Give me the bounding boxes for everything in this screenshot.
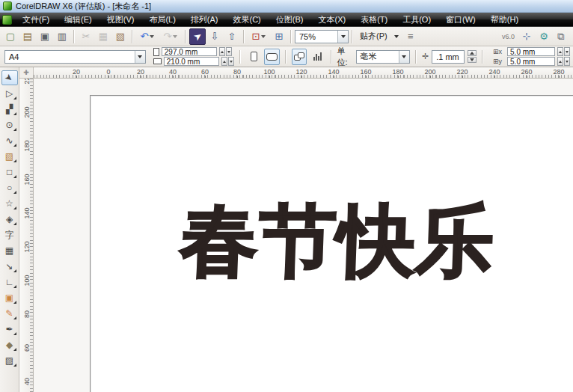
propbar-separator [285,50,286,64]
document-page[interactable]: 春节快乐 [90,95,573,392]
workspace: ➤ ▷ ▞ ⊙ ∿ ▧ □ ○ ☆ ◈ 字 ▦ [0,67,573,392]
export-icon[interactable]: ⇧ [224,28,240,45]
vertical-ruler[interactable]: 220200180160140120100806040 [19,79,34,392]
import-icon[interactable]: ⇩ [206,28,223,45]
rectangle-tool[interactable]: □ [1,165,18,180]
basic-shapes-tool[interactable]: ◈ [1,212,18,227]
nudge-offset-icon: ✛ [422,52,429,61]
portrait-orientation-button[interactable] [246,49,261,65]
ruler-label: 200 [20,105,34,119]
zoom-tool[interactable]: ⊙ [1,117,18,132]
chevron-down-icon[interactable] [135,51,145,63]
toolbar-icon-glyph: ⊹ [523,31,531,41]
paste-icon[interactable]: ▧ [112,28,129,45]
print-icon[interactable]: ▥ [54,28,70,45]
page-height-icon [153,58,162,64]
page-height-stepper[interactable] [221,57,234,66]
menu-item[interactable]: 帮助(H) [483,13,526,26]
units-select[interactable]: 毫米 [356,50,410,64]
duplicate-y-input[interactable]: 5.0 mm [507,57,555,66]
undo-icon[interactable]: ↶ [136,28,159,45]
eyedropper-tool[interactable]: ✎ [1,306,18,321]
shape-tool[interactable]: ▷ [1,86,18,101]
menu-item[interactable]: 文本(X) [310,13,353,26]
blend-tool[interactable]: ▣ [1,290,18,305]
ruler-label: 120 [20,240,34,254]
redo-icon[interactable]: ↷ [159,28,182,45]
freehand-tool[interactable]: ∿ [1,133,18,148]
all-pages-button[interactable] [292,49,307,65]
align-distribute-icon[interactable]: ⊹ [518,28,535,45]
menu-item[interactable]: 排列(A) [183,13,226,26]
menu-item[interactable]: 位图(B) [269,13,311,26]
cut-icon[interactable]: ✂ [78,28,94,45]
table-tool[interactable]: ▦ [1,243,18,258]
menu-item[interactable]: 布局(L) [141,13,183,26]
menu-item[interactable]: 工具(O) [395,13,438,26]
search-content-icon[interactable]: ➤ [189,28,206,45]
pick-tool[interactable]: ➤ [1,70,18,85]
drawing-canvas[interactable]: 春节快乐 [34,79,573,392]
chevron-down-icon[interactable] [399,51,409,63]
duplicate-y-stepper[interactable] [557,57,570,66]
connector-tool[interactable]: ∟ [1,275,18,290]
duplicate-page-icon[interactable]: ⧉ [553,28,569,45]
copy-icon[interactable]: ▦ [95,28,111,45]
snap-to-select[interactable]: 贴齐(P) [356,30,402,43]
toolbar-icon-glyph: ▤ [23,31,32,41]
save-icon[interactable]: ▣ [37,28,53,45]
nudge-offset-stepper[interactable] [468,50,477,63]
crop-tool[interactable]: ▞ [1,102,18,117]
menu-item[interactable]: 文件(F) [15,13,57,26]
chevron-down-icon[interactable] [391,30,402,43]
toolbar-separator [132,30,133,43]
tool-icon-glyph: ✎ [5,309,13,318]
polygon-tool[interactable]: ☆ [1,196,18,211]
outline-pen-tool[interactable]: ✒ [1,322,18,337]
open-icon[interactable]: ▤ [19,28,36,45]
toolbar-icon-glyph: ▣ [40,31,49,41]
menu-item[interactable]: 窗口(W) [438,13,483,26]
options-button[interactable]: ≡ [402,28,419,45]
artistic-text-object[interactable]: 春节快乐 [179,200,496,281]
ruler-label: 240 [486,68,503,76]
text-tool[interactable]: 字 [1,227,18,242]
duplicate-x-stepper[interactable] [557,47,570,56]
menu-item[interactable]: 表格(T) [353,13,395,26]
interactive-fill-tool[interactable]: ▨ [1,353,18,368]
menu-item[interactable]: 视图(V) [99,13,142,26]
coreldraw-app-icon [3,1,12,10]
tool-icon-glyph: ∟ [5,278,14,287]
horizontal-ruler[interactable]: 2002040608010012014016018020022024026028… [34,67,573,79]
menu-item[interactable]: 编辑(E) [57,13,99,26]
ellipse-tool[interactable]: ○ [1,180,18,195]
ruler-canvas-area: ✚ 20020406080100120140160180200220240260… [19,67,573,392]
new-document-icon[interactable]: ▢ [2,28,19,45]
smart-fill-tool[interactable]: ▧ [1,149,18,164]
zoom-level-select[interactable]: 75% [295,30,349,43]
nudge-offset-input[interactable]: .1 mm [432,50,465,64]
propbar-separator [239,50,241,64]
chevron-down-icon[interactable] [337,31,348,43]
application-launcher-icon[interactable]: ⊡ [248,28,270,45]
standard-toolbar: ▢ ▤ ▣ ▥ ✂ ▦ ▧ ↶ ↷ [0,27,573,46]
zoom-level-value: 75% [295,32,337,41]
current-page-button[interactable] [310,49,325,65]
toolbar-icon-glyph: ⇩ [211,31,219,41]
options-gear-icon[interactable]: ⚙ [536,28,552,45]
page-size-preset-select[interactable]: A4 [4,50,146,64]
dimension-tool[interactable]: ↘ [1,259,18,274]
page-width-stepper[interactable] [219,47,232,56]
fill-tool[interactable]: ◆ [1,337,18,352]
page-width-input[interactable]: 297.0 mm [162,47,217,56]
page-height-input[interactable]: 210.0 mm [164,57,219,66]
ruler-label: 220 [20,79,34,85]
landscape-orientation-button[interactable] [264,49,279,65]
ruler-label: 60 [197,68,213,76]
toolbar-icon-glyph: ↶ [141,31,149,41]
welcome-screen-icon[interactable]: ⊞ [271,28,287,45]
duplicate-x-input[interactable]: 5.0 mm [507,47,555,56]
ruler-origin-button[interactable]: ✚ [19,67,34,79]
menu-item[interactable]: 效果(C) [226,13,269,26]
toolbar-icon-glyph: ▥ [58,31,67,41]
